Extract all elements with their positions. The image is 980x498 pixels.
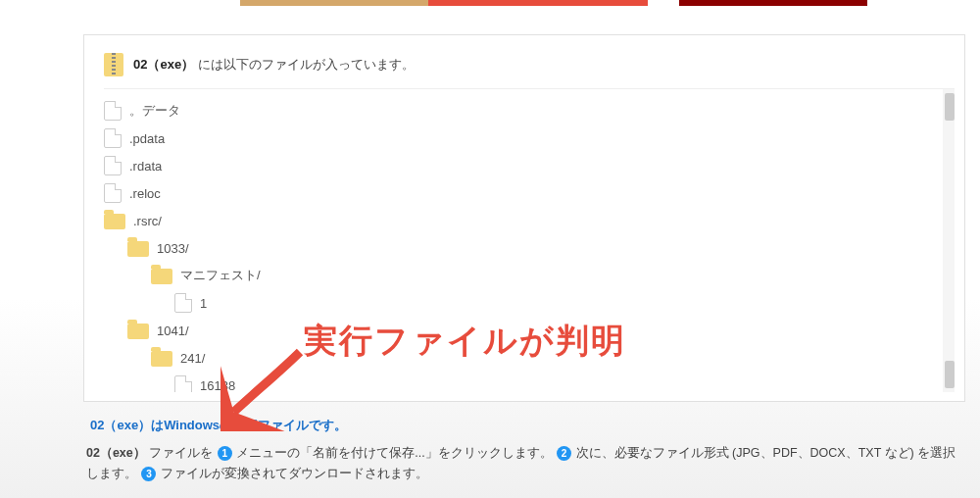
tree-item-label: .rdata — [129, 159, 162, 174]
tree-row[interactable]: .rdata — [104, 152, 955, 179]
badge-2: 2 — [557, 446, 571, 461]
panel-title: 02（exe） には以下のファイルが入っています。 — [133, 56, 415, 74]
panel-description: には以下のファイルが入っています。 — [198, 57, 415, 72]
tree-item-label: .pdata — [129, 131, 165, 146]
tree-item-label: .rsrc/ — [133, 214, 162, 228]
step1-after: メニューの「名前を付けて保存...」をクリックします。 — [236, 446, 556, 460]
tree-row[interactable]: .reloc — [104, 179, 955, 207]
badge-1: 1 — [218, 446, 232, 461]
tree-row[interactable]: 241/ — [104, 344, 955, 372]
folder-name: 02（exe） — [133, 57, 194, 72]
file-type-note: 02（exe）はWindowsの実行ファイルです。 — [90, 417, 347, 434]
tree-row[interactable]: 1 — [104, 289, 955, 317]
scrollbar-track[interactable] — [943, 89, 955, 392]
tree-row[interactable]: 。データ — [104, 97, 955, 124]
scroll-thumb-top[interactable] — [945, 93, 955, 121]
file-tree: 。データ.pdata.rdata.reloc.rsrc/1033/マニフェスト/… — [104, 88, 955, 392]
tree-row[interactable]: 16138 — [104, 372, 955, 392]
file-icon — [104, 156, 122, 175]
file-contents-panel: 02（exe） には以下のファイルが入っています。 。データ.pdata.rda… — [83, 34, 965, 402]
badge-3: 3 — [141, 467, 156, 481]
file-icon — [104, 183, 122, 203]
tree-item-label: マニフェスト/ — [180, 267, 261, 284]
instructions-text: 02（exe） ファイルを 1 メニューの「名前を付けて保存...」をクリックし… — [86, 443, 962, 485]
tree-item-label: 。データ — [129, 102, 180, 120]
step1-text: ファイルを — [149, 446, 216, 460]
file-icon — [174, 375, 192, 392]
tree-row[interactable]: 1041/ — [104, 317, 955, 344]
folder-icon — [151, 351, 172, 367]
tree-row[interactable]: マニフェスト/ — [104, 262, 955, 289]
tree-row[interactable]: .rsrc/ — [104, 207, 955, 234]
zip-icon — [104, 53, 123, 76]
folder-icon — [127, 241, 149, 257]
file-icon — [174, 293, 192, 313]
folder-icon — [104, 214, 125, 229]
tree-item-label: 1033/ — [157, 241, 189, 256]
folder-icon — [151, 269, 172, 284]
step3-after: ファイルが変換されてダウンロードされます。 — [161, 467, 428, 480]
scroll-thumb-bottom[interactable] — [945, 361, 955, 388]
file-icon — [104, 128, 122, 148]
decorative-top-bar — [240, 0, 867, 6]
folder-icon — [127, 324, 149, 339]
tree-row[interactable]: .pdata — [104, 124, 955, 152]
tree-row[interactable]: 1033/ — [104, 234, 955, 262]
tree-item-label: 1041/ — [157, 324, 189, 338]
panel-header: 02（exe） には以下のファイルが入っています。 — [104, 53, 955, 76]
tree-item-label: 241/ — [180, 351, 205, 366]
instructions-prefix: 02（exe） — [86, 446, 146, 460]
file-icon — [104, 101, 122, 121]
tree-item-label: 16138 — [200, 378, 235, 393]
tree-item-label: .reloc — [129, 186, 161, 201]
tree-item-label: 1 — [200, 296, 207, 311]
